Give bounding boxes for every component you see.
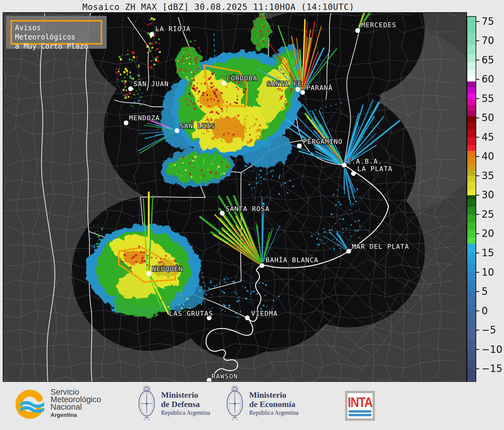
economia-line1: Ministerio [249,390,298,399]
inta-logo: INTA [345,391,375,421]
defensa-line1: Ministerio [161,390,210,399]
colorbar-tick-40: 40 [482,150,494,162]
city-label-rawson: RAWSON [212,373,238,380]
defensa-block: Ministerio de Defensa República Argentin… [136,385,210,421]
city-label-la-plata: LA PLATA [357,165,393,173]
smn-logo-text: Servicio Meteorológico Nacional Argentin… [50,388,101,420]
defensa-line2: de Defensa [161,399,210,409]
colorbar-tick-0: 0 [482,305,488,317]
city-dot-pergamino [297,144,302,148]
colorbar-tick-75: 75 [482,16,494,27]
inta-bar-2 [349,414,371,416]
colorbar-tick-70: 70 [482,35,494,46]
colorbar-tick-5: 5 [482,286,488,297]
city-label-bah-a-blanca: BAHÍA BLANCA [266,256,318,264]
colorbar-tick-15: 15 [482,247,494,259]
footer: Servicio Meteorológico Nacional Argentin… [0,382,504,430]
colorbar-tick-−5: −5 [482,324,496,336]
city-label-neuqu-n: NEUQUÉN [152,265,183,273]
city-label-mar-del-plata: MAR DEL PLATA [352,243,409,250]
city-dot-santa-fe [295,87,300,92]
economia-line2: de Economía [249,399,298,409]
colorbar-tick-20: 20 [482,228,494,239]
city-label-san-luis: SAN LUIS [180,122,215,130]
city-dot-la-rioja [149,32,154,37]
smn-line4: Argentina [50,412,101,418]
colorbar-tick-60: 60 [482,73,494,85]
city-dot-c-rdoba [222,81,226,86]
colorbar-tick-−10: −10 [482,344,503,355]
city-dot-santa-rosa [220,211,225,216]
city-label-viedma: VIEDMA [251,310,278,317]
city-dot-mendoza [124,121,128,125]
city-dot-mercedes [355,28,360,33]
city-dot-bah-a-blanca [260,263,264,268]
city-dot-paran- [300,90,305,95]
defensa-line3: República Argentina [161,409,210,416]
inta-label: INTA [348,394,372,410]
dbz-colorbar: 757065605550454035302520151050−5−10−15 [467,16,503,382]
economia-text: Ministerio de Economía República Argenti… [249,390,298,416]
city-dot-neuqu-n [146,271,151,276]
city-dot-san-luis [174,128,179,133]
warning-legend-box: Avisos Meteorológicos a Muy Corto Plazo [6,16,107,49]
coat-of-arms-icon [136,385,157,421]
city-label-las-grutas: LAS GRUTAS [169,310,213,317]
city-label-mercedes: MERCEDES [361,21,396,29]
defensa-text: Ministerio de Defensa República Argentin… [161,390,210,416]
coat-of-arms-icon [224,385,246,421]
colorbar-tick-50: 50 [482,112,494,123]
city-dot-c-a-b-a- [342,163,347,167]
colorbar-tick-−15: −15 [482,363,503,374]
city-label-c-rdoba: CÓRDOBA [226,74,257,82]
city-label-santa-fe: SANTA FE [267,80,302,88]
city-dot-la-plata [351,171,356,176]
colorbar-tick-25: 25 [482,208,494,220]
city-label-mendoza: MENDOZA [129,114,160,122]
warning-legend-line1: Avisos Meteorológicos [15,23,98,42]
colorbar-tick-10: 10 [482,266,494,278]
city-dot-san-juan [128,86,133,91]
city-label-c-a-b-a-: C.A.B.A. [347,158,382,165]
warning-legend-line2: a Muy Corto Plazo [15,42,98,51]
inta-logo-inner: INTA [347,393,373,418]
colorbar-tick-35: 35 [482,170,494,182]
city-label-la-rioja: LA RIOJA [155,25,191,33]
smn-logo-block: Servicio Meteorológico Nacional Argentin… [16,388,101,420]
city-dot-viedma [245,315,250,320]
economia-line3: República Argentina [249,409,298,416]
smn-logo-icon [16,388,47,420]
colorbar-tick-55: 55 [482,93,494,104]
city-label-paran-: PARANÁ [306,84,333,92]
colorbar-tick-45: 45 [482,131,494,143]
city-label-san-juan: SAN JUAN [134,80,169,88]
city-label-santa-rosa: SANTA ROSA [226,205,269,213]
city-label-pergamino: PERGAMINO [303,138,343,145]
colorbar-tick-65: 65 [482,54,494,66]
colorbar-tick-30: 30 [482,189,494,201]
radar-map: MERCEDESLA RIOJASAN JUANCÓRDOBASANTA FEP… [0,0,504,430]
city-dot-mar-del-plata [346,249,351,254]
radar-mosaic-app: Mosaico ZH MAX [dBZ] 30.08.2025 11:10HOA… [0,0,504,430]
smn-line3: Nacional [50,403,101,411]
economia-block: Ministerio de Economía República Argenti… [224,385,298,421]
inta-bar-1 [349,410,371,413]
warning-legend-border: Avisos Meteorológicos a Muy Corto Plazo [10,20,102,45]
